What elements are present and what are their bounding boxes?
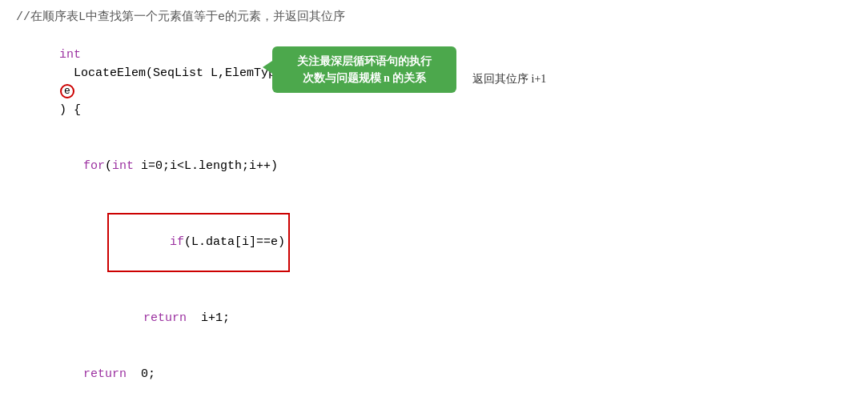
kw-return2: return bbox=[83, 367, 127, 381]
return-val: i+1; bbox=[187, 311, 230, 325]
kw-return1: return bbox=[143, 311, 187, 325]
if-condition: (L.data[i]==e) bbox=[184, 235, 285, 249]
comment-line: //在顺序表L中查找第一个元素值等于e的元素，并返回其位序 bbox=[16, 8, 852, 26]
keyword-int: int bbox=[59, 48, 81, 62]
annotation-bubble: 关注最深层循环语句的执行次数与问题规模 n 的关系 bbox=[272, 46, 456, 93]
code-line-3: if(L.data[i]==e) bbox=[16, 194, 852, 291]
code-line-2: for(int i=0;i<L.length;i++) bbox=[16, 138, 852, 194]
code-line-5: return 0; bbox=[16, 347, 852, 402]
func-name: LocateElem(SeqList L,ElemType bbox=[59, 66, 283, 80]
kw-int2: int bbox=[112, 159, 134, 173]
annotation-text: 关注最深层循环语句的执行次数与问题规模 n 的关系 bbox=[297, 55, 432, 84]
for-rest: i=0;i<L.length;i++) bbox=[134, 159, 278, 173]
return-zero: 0; bbox=[127, 367, 155, 381]
kw-if: if bbox=[170, 235, 184, 249]
code-brace: ) { bbox=[59, 103, 81, 117]
return-note-text: 返回其位序 i+1 bbox=[472, 73, 546, 85]
return-note: 返回其位序 i+1 bbox=[472, 72, 546, 86]
code-line-4: return i+1; bbox=[16, 291, 852, 347]
page-container: //在顺序表L中查找第一个元素值等于e的元素，并返回其位序 int Locate… bbox=[0, 0, 868, 401]
if-box: if(L.data[i]==e) bbox=[107, 213, 290, 272]
for-stmt: for( bbox=[83, 159, 112, 173]
param-e-circled: e bbox=[60, 84, 74, 98]
